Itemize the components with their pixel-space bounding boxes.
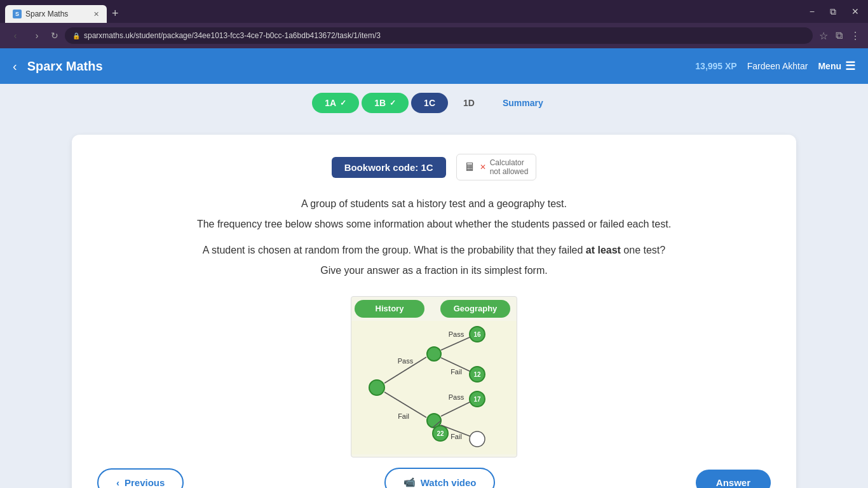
video-camera-icon: 📹 xyxy=(403,477,416,488)
restore-button[interactable]: ⧉ xyxy=(826,5,840,18)
tab-1a[interactable]: 1A ✓ xyxy=(312,93,359,113)
bookmark-icon[interactable]: ☆ xyxy=(819,30,828,42)
tab-1d[interactable]: 1D xyxy=(451,93,487,113)
tab-1a-label: 1A xyxy=(325,98,336,108)
fail-left-label: Fail xyxy=(398,412,409,420)
bottom-navigation: ‹ Previous 📹 Watch video Answer xyxy=(97,458,771,488)
browser-chrome: S Sparx Maths ✕ + − ⧉ ✕ xyxy=(0,0,868,23)
node-22-value: 22 xyxy=(437,430,444,437)
question-line2: The frequency tree below shows some info… xyxy=(97,216,771,233)
fail-top-label: Fail xyxy=(451,368,462,376)
address-bar-actions: ☆ ⧉ ⋮ xyxy=(819,30,860,42)
tab-1c[interactable]: 1C xyxy=(411,93,448,113)
calculator-label: Calculator xyxy=(490,158,529,167)
history-label: History xyxy=(376,304,405,313)
sparx-header: ‹ Sparx Maths 13,995 XP Fardeen Akhtar M… xyxy=(0,48,868,84)
node-17-value: 17 xyxy=(473,396,481,403)
tab-1b-check-icon: ✓ xyxy=(390,98,396,107)
sparx-logo: Sparx Maths xyxy=(27,59,103,74)
window-controls: − ⧉ ✕ xyxy=(806,5,863,18)
browser-tabs: S Sparx Maths ✕ + xyxy=(5,0,124,23)
extensions-icon[interactable]: ⧉ xyxy=(836,30,843,42)
pass-left-label: Pass xyxy=(398,357,414,365)
header-right: 13,995 XP Fardeen Akhtar Menu ☰ xyxy=(695,59,855,73)
calculator-icon: 🖩 xyxy=(465,161,476,174)
tab-1b-label: 1B xyxy=(374,98,386,108)
question-text: A group of students sat a history test a… xyxy=(97,196,771,278)
geography-label: Geography xyxy=(454,304,498,313)
lock-icon: 🔒 xyxy=(72,32,80,39)
question-line3-end: one test? xyxy=(621,245,665,255)
bookwork-code-badge: Bookwork code: 1C xyxy=(332,157,446,178)
xp-display: 13,995 XP xyxy=(695,61,736,71)
fail-bottom-label: Fail xyxy=(451,433,462,440)
node-16-value: 16 xyxy=(473,331,481,338)
refresh-button[interactable]: ↻ xyxy=(51,30,58,41)
svg-point-5 xyxy=(427,347,441,361)
tab-favicon: S xyxy=(13,10,22,18)
answer-button[interactable]: Answer xyxy=(696,470,771,488)
new-tab-button[interactable]: + xyxy=(107,4,124,23)
header-back-button[interactable]: ‹ xyxy=(13,59,17,74)
back-nav-button[interactable]: ‹ xyxy=(8,28,23,43)
tab-title: Sparx Maths xyxy=(25,10,68,18)
more-icon[interactable]: ⋮ xyxy=(850,30,860,42)
question-line3-text: A student is chosen at random from the g… xyxy=(203,245,586,255)
question-line4: Give your answer as a fraction in its si… xyxy=(97,262,771,279)
tab-1c-label: 1C xyxy=(424,98,435,108)
tab-1a-check-icon: ✓ xyxy=(340,98,346,107)
svg-point-16 xyxy=(470,431,485,447)
tab-navigation: 1A ✓ 1B ✓ 1C 1D Summary xyxy=(0,84,868,122)
node-12-value: 12 xyxy=(473,371,481,378)
question-line3: A student is chosen at random from the g… xyxy=(97,242,771,259)
frequency-tree: History Geography Pass Fail xyxy=(351,296,517,458)
username-display: Fardeen Akhtar xyxy=(747,61,808,71)
menu-label: Menu xyxy=(818,61,841,71)
question-line3-bold: at least xyxy=(586,245,621,255)
svg-point-3 xyxy=(369,380,384,395)
question-line1: A group of students sat a history test a… xyxy=(97,196,771,212)
bookwork-row: Bookwork code: 1C 🖩 ✕ Calculator not all… xyxy=(97,154,771,180)
tab-1b[interactable]: 1B ✓ xyxy=(362,93,409,113)
pass-top-label: Pass xyxy=(449,330,465,338)
watch-video-button[interactable]: 📹 Watch video xyxy=(384,468,496,488)
tab-close-btn[interactable]: ✕ xyxy=(93,10,99,18)
frequency-tree-container: History Geography Pass Fail xyxy=(97,296,771,458)
previous-button[interactable]: ‹ Previous xyxy=(97,468,184,488)
tab-1d-label: 1D xyxy=(463,98,475,108)
minimize-button[interactable]: − xyxy=(806,5,818,18)
prev-chevron-icon: ‹ xyxy=(116,477,119,488)
calculator-badge: 🖩 ✕ Calculator not allowed xyxy=(456,154,537,180)
calculator-x-icon: ✕ xyxy=(480,163,486,172)
url-bar[interactable]: 🔒 sparxmaths.uk/student/package/34ee1013… xyxy=(65,27,813,44)
tab-summary[interactable]: Summary xyxy=(490,93,556,113)
menu-button[interactable]: Menu ☰ xyxy=(818,59,855,73)
forward-nav-button[interactable]: › xyxy=(29,28,44,43)
calculator-status: not allowed xyxy=(490,167,529,176)
pass-bottom-label: Pass xyxy=(449,393,465,401)
address-bar: ‹ › ↻ 🔒 sparxmaths.uk/student/package/34… xyxy=(0,23,868,48)
active-tab[interactable]: S Sparx Maths ✕ xyxy=(5,5,107,23)
url-text: sparxmaths.uk/student/package/34ee1013-f… xyxy=(84,31,381,40)
answer-label: Answer xyxy=(716,477,750,488)
question-card: Bookwork code: 1C 🖩 ✕ Calculator not all… xyxy=(72,135,796,488)
tab-summary-label: Summary xyxy=(503,98,543,108)
previous-label: Previous xyxy=(125,477,165,488)
hamburger-icon: ☰ xyxy=(845,59,855,73)
close-button[interactable]: ✕ xyxy=(848,5,863,18)
watch-video-label: Watch video xyxy=(421,477,477,488)
